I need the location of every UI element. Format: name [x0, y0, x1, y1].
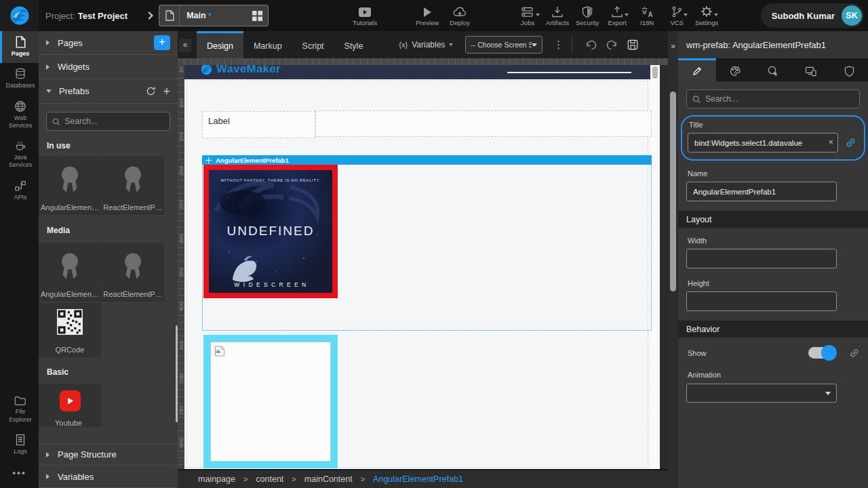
jobs-server-icon [521, 5, 534, 18]
chevron-right-icon [46, 40, 50, 45]
prefab-tile-angular[interactable]: AngularElemen… [39, 157, 101, 215]
tab-events[interactable] [754, 58, 792, 81]
page-scrollbar-thumb[interactable] [652, 66, 658, 79]
app-brand: WaveMaker [201, 65, 281, 76]
chevron-right-icon[interactable] [145, 12, 153, 19]
property-search-input[interactable] [705, 94, 854, 104]
prefab-search[interactable] [46, 112, 170, 131]
explorer-scrollbar[interactable] [176, 325, 178, 422]
artifacts-label: Artifacts [546, 19, 569, 26]
prefab-poster-widget[interactable]: WITHOUT FANTASY, THERE IS NO REALITY. UN… [203, 165, 338, 298]
breadcrumb-content[interactable]: content [256, 474, 283, 484]
breadcrumb-current[interactable]: AngularElementPrefab1 [373, 474, 463, 484]
collapse-right-panel-button[interactable]: » [669, 41, 677, 53]
breadcrumb-separator-icon: > [243, 475, 248, 483]
security-label: Security [576, 19, 599, 26]
wavemaker-logo[interactable] [0, 0, 39, 31]
page-scrollbar[interactable] [650, 65, 660, 469]
i18n-button[interactable]: A I18N [632, 0, 662, 31]
rail-item-web-services[interactable]: Web Services [0, 96, 39, 136]
security-button[interactable]: Security [572, 0, 602, 31]
rail-item-java-services[interactable]: Java Services [0, 135, 39, 175]
name-input[interactable] [686, 182, 837, 201]
rail-item-apis[interactable]: APIs [0, 175, 39, 207]
collapse-left-panel-button[interactable]: « [179, 39, 191, 52]
deploy-label: Deploy [450, 19, 470, 26]
design-viewport: 50 100 150 200 250 300 350 400 450 500 5… [178, 58, 668, 469]
prefab-tile-react-media[interactable]: ReactElementP… [102, 243, 164, 302]
wavemaker-logo-icon [9, 5, 30, 26]
bind-link-icon[interactable] [849, 348, 860, 359]
user-menu[interactable]: Subodh Kumar SK [761, 3, 864, 28]
caret-down-icon [825, 392, 831, 395]
accordion-variables[interactable]: Variables [39, 466, 178, 488]
pages-grid-icon[interactable] [252, 11, 262, 21]
canvas-page[interactable]: WaveMaker Label AngularElementPrefab1 [184, 65, 660, 469]
width-input[interactable] [686, 249, 837, 268]
rail-item-pages[interactable]: Pages [0, 31, 39, 63]
tab-style[interactable]: Style [334, 31, 374, 58]
export-label: Export [608, 19, 626, 26]
import-prefab-button[interactable]: + [163, 86, 170, 97]
deploy-button[interactable]: Deploy [445, 0, 475, 31]
screen-size-select[interactable]: -- Choose Screen Size -- [465, 36, 542, 54]
rail-item-file-explorer[interactable]: File Explorer [0, 390, 39, 429]
refresh-icon[interactable] [146, 86, 156, 96]
title-input[interactable] [688, 133, 838, 152]
prefab-tile-react[interactable]: ReactElementP… [102, 157, 164, 215]
inspector-scrollbar-thumb[interactable] [670, 92, 676, 291]
page-content-container[interactable]: Label AngularElementPrefab1 [186, 81, 648, 468]
toolbar-overflow-menu[interactable]: ⋮ [553, 41, 564, 48]
artifacts-button[interactable]: Artifacts [542, 0, 572, 31]
chevron-down-icon [46, 89, 52, 93]
bind-link-icon[interactable] [845, 137, 856, 148]
prefab-tile-angular-media[interactable]: AngularElemen… [39, 243, 101, 302]
clear-binding-icon[interactable]: × [828, 137, 833, 147]
settings-button[interactable]: Settings [692, 0, 722, 31]
jobs-button[interactable]: Jobs [513, 0, 542, 31]
rail-more-icon[interactable]: ••• [0, 461, 39, 488]
tab-security[interactable] [830, 58, 868, 81]
accordion-widgets[interactable]: Widgets [39, 55, 178, 79]
empty-caption-widget[interactable] [315, 110, 652, 137]
accordion-prefabs[interactable]: Prefabs + [39, 79, 178, 104]
rail-item-logs[interactable]: Logs [0, 429, 39, 461]
app-navbar[interactable]: WaveMaker [184, 65, 650, 79]
picture-widget[interactable] [203, 335, 338, 468]
redo-button[interactable] [606, 40, 618, 50]
accordion-page-structure[interactable]: Page Structure [39, 443, 178, 466]
prefab-tile-qrcode[interactable]: QRCode [39, 303, 101, 357]
height-input[interactable] [686, 291, 837, 311]
prefab-tile-youtube[interactable]: Youtube [39, 384, 101, 427]
breadcrumb: mainpage > content > mainContent > Angul… [178, 469, 668, 488]
animation-select[interactable] [686, 384, 837, 403]
breadcrumb-maincontent[interactable]: mainContent [304, 474, 353, 484]
tab-styles[interactable] [716, 58, 754, 81]
save-button[interactable] [627, 39, 638, 50]
canvas-area: « Design Markup Script Style {x} Variabl… [178, 31, 668, 488]
add-page-button[interactable]: + [154, 35, 170, 50]
breadcrumb-mainpage[interactable]: mainpage [198, 474, 235, 484]
tab-script[interactable]: Script [292, 31, 334, 58]
tutorials-button[interactable]: Tutorials [350, 0, 380, 31]
api-nodes-icon [14, 180, 26, 192]
accordion-pages[interactable]: Pages + [39, 31, 178, 55]
tab-markup[interactable]: Markup [243, 31, 292, 58]
undo-button[interactable] [585, 40, 597, 50]
tab-design[interactable]: Design [197, 31, 243, 58]
selection-header[interactable]: AngularElementPrefab1 [202, 155, 652, 165]
prefab-tile-label: AngularElemen… [41, 203, 99, 211]
tab-properties[interactable] [678, 58, 716, 81]
property-search[interactable] [686, 89, 860, 108]
rail-item-databases[interactable]: Databases [0, 63, 39, 95]
preview-button[interactable]: Preview [412, 0, 442, 31]
show-toggle[interactable] [808, 347, 835, 359]
title-label: Title [689, 121, 859, 129]
prefab-search-input[interactable] [65, 117, 164, 126]
label-widget[interactable]: Label [202, 111, 315, 138]
vcs-button[interactable]: VCS [662, 0, 692, 31]
variables-menu[interactable]: {x} Variables [399, 40, 453, 49]
page-tab-main[interactable]: Main * [159, 5, 269, 26]
export-button[interactable]: Export [602, 0, 632, 31]
tab-devices[interactable] [792, 58, 830, 81]
